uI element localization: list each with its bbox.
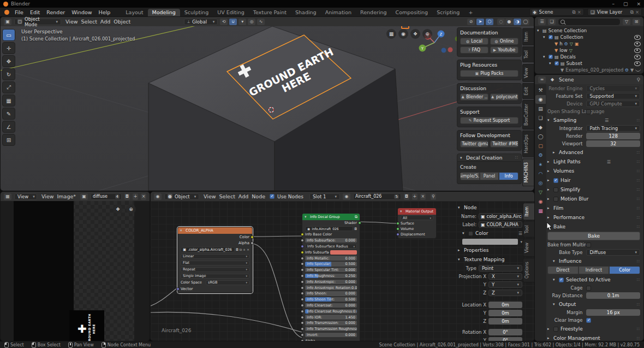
menu-window[interactable]: Window [68,9,95,15]
tool-move[interactable]: ✥ [2,55,15,67]
tool-rotate[interactable]: ↻ [2,68,15,80]
chevron-down-icon[interactable]: ▾ [520,240,522,244]
input-socket-info-clearcoat[interactable] [301,304,304,307]
use-nodes-checkbox[interactable] [270,194,275,199]
outliner-filter-dropdown[interactable]: ▽ [623,19,630,25]
unlink-scene-icon[interactable]: × [577,9,581,15]
input-value-slider[interactable]: Info Subsurface:0.000 [305,238,357,243]
input-socket-info-subsurface[interactable] [301,251,304,254]
input-dropdown[interactable]: Info Subsurface Radius [305,244,357,249]
node-color-swatch[interactable] [462,239,518,245]
shading-rendered-button[interactable]: ◯ [522,19,529,25]
axis-value-slider[interactable]: 0m [488,310,522,316]
expand-icon[interactable]: ▸ [547,327,551,331]
expand-icon[interactable]: ▾ [553,278,557,282]
workspace-tab-scripting[interactable]: Scripting [432,9,464,16]
button-faq[interactable]: ?FAQ [460,46,488,54]
shader-menu-node[interactable]: Node [250,193,267,199]
node-tab-options[interactable]: Options [523,258,534,282]
input-value-slider[interactable]: Info Transmission Roughness:0.000 [305,327,357,332]
expand-icon[interactable]: ▸ [547,187,551,192]
workspace-tab-shading[interactable]: Shading [291,9,321,16]
input-socket-info-transmission-roughness[interactable] [301,327,304,331]
tool-cursor[interactable]: ✛ [2,42,15,54]
tool-transform[interactable]: ▦ [2,95,15,107]
snap-target-dropdown-icon[interactable]: ▾ [238,19,246,25]
workspace-tab-animation[interactable]: Animation [321,9,356,16]
properties-tab-particles[interactable]: ∗ [535,160,546,169]
fake-user-shield-icon[interactable]: ◘ [236,247,238,251]
npanel-tab-tool[interactable]: Tool [522,46,534,63]
properties-tab-world[interactable]: ◯ [535,132,546,141]
outliner-display-mode-dropdown[interactable]: ☰ [538,19,546,25]
output-socket-shader[interactable] [358,221,361,225]
color-alpha-node[interactable]: ▾COLOR_ALPHAColorAlpha▣.color_alpha.Airc… [177,227,253,293]
input-value-slider[interactable]: Info Transmission:0.000 [305,321,357,326]
unlink-image-icon[interactable]: × [141,193,146,200]
input-value-slider[interactable]: Info Sheen Tint:0.500 [305,297,357,302]
outliner-row-decals[interactable]: ▾▤Decals [537,54,642,60]
shader-editor-type-icon[interactable]: ◉ [154,193,162,200]
color-checkbox[interactable] [468,231,473,236]
gizmos-dropdown-icon[interactable]: ➤ [476,19,484,25]
expand-icon[interactable]: ▾ [458,205,462,210]
button-local[interactable]: ◍Local [460,38,488,45]
menu-render[interactable]: Render [43,9,68,15]
image-datablock[interactable]: diffuse 4 [91,193,122,200]
zoom-button[interactable]: ⊕ [126,204,136,214]
visibility-eye-icon[interactable] [634,61,641,66]
pan-hand-button[interactable]: ❖ [410,29,420,39]
input-socket-info-anisotropic[interactable] [301,280,304,284]
input-socket-info-specular[interactable] [301,262,304,266]
properties-tab-texture[interactable]: ▦ [535,207,546,215]
preset-list-icon[interactable]: ☰ [607,160,611,164]
type-dropdown[interactable]: Point [479,265,522,272]
falloff-dropdown-icon[interactable]: ∿ [257,19,265,25]
section-checkbox[interactable] [553,178,558,183]
input-value-slider[interactable]: Invert:0.000 [305,333,357,338]
shading-material-button[interactable]: ◑ [514,19,521,25]
pin-icon[interactable]: ⚲ [636,77,640,82]
axis-dropdown[interactable]: Y [488,281,522,288]
new-scene-icon[interactable]: ⧉ [573,9,576,15]
expand-icon[interactable]: ▾ [549,61,553,66]
pan-hand-button[interactable]: ❖ [113,204,123,214]
color-swatch[interactable] [330,250,357,255]
editor-type-icon[interactable]: ▣ [4,19,11,25]
properties-tab-object[interactable]: ▢ [535,141,546,150]
shader-menu-add[interactable]: Add [237,193,250,199]
npanel-tab-hardops[interactable]: HardOps [522,131,534,157]
shader-menu-view[interactable]: View [202,193,218,199]
input-value-slider[interactable]: Info Metallic:0.000 [305,256,357,261]
field-dropdown[interactable]: Path Tracing [586,125,640,132]
node-header[interactable]: ▾Info Decal Group⧉ [302,214,360,220]
shader-menu-select[interactable]: Select [218,193,237,199]
shading-solid-button[interactable]: ● [505,19,513,25]
unlink-icon[interactable]: × [247,247,249,251]
input-socket-info-anisotropic-rotation[interactable] [301,286,304,290]
axis-dropdown[interactable]: Z [488,290,522,296]
outliner-row-examples-020-projected[interactable]: ▼Examples_020_projected⚙▼ [537,67,642,73]
influence-direct[interactable]: Direct [547,266,579,274]
new-layer-icon[interactable]: ⧉ [630,9,634,15]
workspace-tab-texture-paint[interactable]: Texture Paint [249,9,291,16]
collection-checkbox[interactable] [554,61,559,66]
npanel-tab-edit[interactable]: Edit [522,83,534,99]
input-socket-info-base-color[interactable] [301,233,304,236]
button-plug-packs[interactable]: ▣Plug Packs [460,70,518,77]
expand-icon[interactable]: ▾ [553,302,557,306]
input-value-slider[interactable]: Info Specular:0.500 [305,262,357,267]
axis-value-slider[interactable]: 0m [488,302,522,308]
remove-layer-icon[interactable]: × [635,9,639,15]
expand-icon[interactable]: ▸ [458,248,462,252]
field-checkbox[interactable] [586,318,591,323]
input-socket-info-transmission[interactable] [301,321,304,325]
button-twitter-me[interactable]: ▣Twitter #ME.. [490,140,518,148]
outliner-filter-collection-icon[interactable]: ❏ [548,19,556,25]
input-value-slider[interactable]: Info Anisotropic:0.000 [305,280,357,285]
input-socket-info-metallic[interactable] [301,257,304,260]
expand-icon[interactable]: ▾ [543,35,547,39]
section-checkbox[interactable] [559,278,564,282]
field-checkbox[interactable] [586,286,591,291]
image-menu-view[interactable]: View [40,193,56,199]
